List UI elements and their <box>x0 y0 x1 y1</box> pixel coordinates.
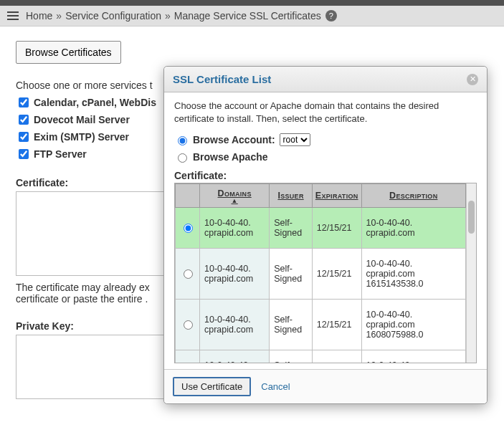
use-certificate-button[interactable]: Use Certificate <box>173 377 251 396</box>
service-label: Calendar, cPanel, WebDis <box>34 97 156 108</box>
cell-expiration: 12/15/21 <box>312 208 361 249</box>
browse-apache-radio[interactable] <box>178 153 187 163</box>
modal-title: SSL Certificate List <box>173 73 271 85</box>
ssl-certificate-list-modal: SSL Certificate List ✕ Choose the accoun… <box>163 66 488 404</box>
breadcrumb-home[interactable]: Home <box>26 10 52 21</box>
browse-apache-row: Browse Apache <box>174 151 477 163</box>
row-radio[interactable] <box>184 269 193 279</box>
certificate-table-scroll[interactable]: Domains▲ Issuer Expiration Description 1… <box>175 183 466 363</box>
service-label: Exim (SMTP) Server <box>34 131 129 143</box>
cell-expiration: 12/15/21 <box>312 300 361 350</box>
cell-description: 10-0-40-40. cprapid.com 1615143538.0 <box>361 249 465 300</box>
cell-issuer: Self-Signed <box>270 300 313 350</box>
modal-body: Choose the account or Apache domain that… <box>164 92 487 369</box>
account-select[interactable]: root <box>280 133 310 146</box>
help-icon[interactable]: ? <box>325 10 337 21</box>
breadcrumb-page: Manage Service SSL Certificates <box>174 10 321 21</box>
certificate-table-wrap: Domains▲ Issuer Expiration Description 1… <box>174 183 477 363</box>
certificate-table: Domains▲ Issuer Expiration Description 1… <box>175 183 466 363</box>
browse-apache-label: Browse Apache <box>193 151 268 163</box>
browse-account-label: Browse Account: <box>193 134 275 145</box>
cell-issuer: Self-Signed <box>270 208 313 249</box>
menu-icon[interactable] <box>7 11 19 20</box>
modal-instruction: Choose the account or Apache domain that… <box>174 100 477 125</box>
scrollbar[interactable] <box>466 183 476 363</box>
cell-description: 10-0-40-40. cprapid.com <box>361 350 465 363</box>
browse-account-radio[interactable] <box>178 136 187 145</box>
cell-domains: 10-0-40-40. cprapid.com <box>200 208 270 249</box>
breadcrumb: Home » Service Configuration » Manage Se… <box>0 6 504 27</box>
modal-header: SSL Certificate List ✕ <box>164 67 487 92</box>
breadcrumb-section[interactable]: Service Configuration <box>65 10 161 21</box>
scrollbar-thumb[interactable] <box>468 201 475 234</box>
top-bar <box>0 0 504 6</box>
table-row[interactable]: 10-0-40-40. cprapid.com Self-Signed 12/1… <box>176 249 466 300</box>
cancel-link[interactable]: Cancel <box>261 381 290 392</box>
browse-account-row: Browse Account: root <box>174 133 477 146</box>
cell-description: 10-0-40-40. cprapid.com 1608075988.0 <box>361 300 465 350</box>
cell-issuer: Self-Signed <box>270 350 313 363</box>
cell-expiration: 12/15/21 <box>312 249 361 300</box>
browse-certificates-button[interactable]: Browse Certificates <box>16 41 121 64</box>
cell-description: 10-0-40-40. cprapid.com <box>361 208 465 249</box>
col-description[interactable]: Description <box>361 184 465 208</box>
breadcrumb-sep: » <box>56 10 62 21</box>
service-checkbox[interactable] <box>19 115 29 125</box>
col-select <box>176 184 200 208</box>
col-expiration[interactable]: Expiration <box>312 184 361 208</box>
service-checkbox[interactable] <box>19 149 29 159</box>
table-row[interactable]: 10-0-40-40. cprapid.com Self-Signed 12/1… <box>176 300 466 350</box>
row-radio[interactable] <box>184 224 193 233</box>
service-label: Dovecot Mail Server <box>34 114 130 125</box>
table-row[interactable]: 10-0-40-40. cprapid.com Self-Signed 12/1… <box>176 208 466 249</box>
cell-domains: 10-0-40-40. cprapid.com <box>200 350 270 363</box>
service-checkbox[interactable] <box>19 132 29 142</box>
service-checkbox[interactable] <box>19 97 29 107</box>
sort-asc-icon: ▲ <box>203 198 266 203</box>
modal-footer: Use Certificate Cancel <box>164 369 487 403</box>
col-issuer[interactable]: Issuer <box>270 184 313 208</box>
cell-issuer: Self-Signed <box>270 249 313 300</box>
table-row[interactable]: 10-0-40-40. cprapid.com Self-Signed 12/1… <box>176 350 466 363</box>
row-radio[interactable] <box>184 320 193 330</box>
service-label: FTP Server <box>34 148 87 160</box>
cell-domains: 10-0-40-40. cprapid.com <box>200 300 270 350</box>
col-domains[interactable]: Domains▲ <box>200 184 270 208</box>
cell-expiration: 12/15/21 <box>312 350 361 363</box>
cell-domains: 10-0-40-40. cprapid.com <box>200 249 270 300</box>
modal-certificate-label: Certificate: <box>174 170 477 181</box>
breadcrumb-sep: » <box>165 10 171 21</box>
close-icon[interactable]: ✕ <box>467 74 478 85</box>
